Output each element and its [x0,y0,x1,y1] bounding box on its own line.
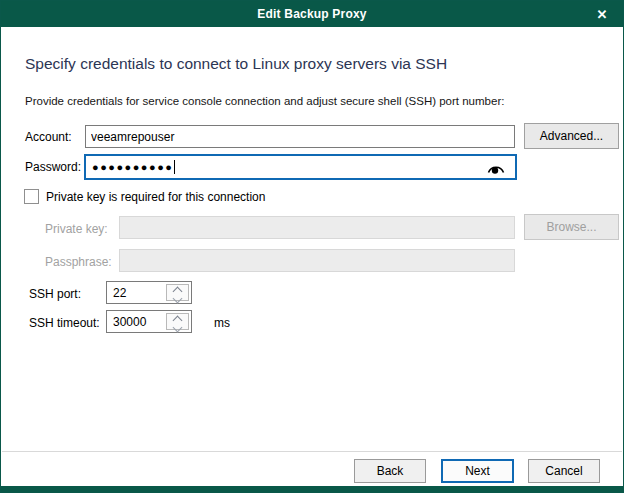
password-label: Password: [25,160,81,174]
cancel-button[interactable]: Cancel [528,459,600,483]
private-key-input [119,216,515,239]
instruction-text: Provide credentials for service console … [25,95,504,107]
footer-divider [2,451,622,452]
private-key-checkbox-label: Private key is required for this connect… [46,190,265,204]
passphrase-input [119,249,515,272]
ssh-timeout-label: SSH timeout: [29,316,100,330]
chevron-down-icon [173,323,183,333]
close-button[interactable]: ✕ [581,1,623,27]
text-caret [174,160,175,174]
edit-backup-proxy-dialog: Edit Backup Proxy ✕ Specify credentials … [0,0,624,493]
ssh-port-label: SSH port: [29,287,81,301]
reveal-password-icon[interactable] [486,161,506,179]
browse-button: Browse... [524,214,619,240]
ssh-timeout-value: 30000 [113,315,146,329]
private-key-label: Private key: [45,222,108,236]
ssh-port-spin-down-button[interactable] [167,295,188,305]
ssh-timeout-spin-down-button[interactable] [167,324,188,334]
footer-accent-strip [1,486,623,492]
private-key-checkbox[interactable] [24,189,39,204]
passphrase-label: Passphrase: [45,255,112,269]
chevron-down-icon [173,294,183,304]
close-icon: ✕ [597,7,608,22]
account-label: Account: [25,130,72,144]
ssh-timeout-spinner [166,313,189,330]
ms-unit-label: ms [214,316,230,330]
ssh-port-input[interactable]: 22 [106,281,192,304]
ssh-port-value: 22 [113,286,126,300]
password-input[interactable]: ●●●●●●●●●● [84,154,517,180]
page-title: Specify credentials to connect to Linux … [25,55,447,73]
password-masked-value: ●●●●●●●●●● [92,162,173,173]
account-input[interactable] [85,125,515,148]
ssh-timeout-input[interactable]: 30000 [106,310,192,333]
ssh-port-spinner [166,284,189,301]
back-button[interactable]: Back [354,459,426,483]
advanced-button[interactable]: Advanced... [524,123,619,149]
next-button[interactable]: Next [441,459,514,483]
titlebar: Edit Backup Proxy ✕ [1,1,623,27]
window-title: Edit Backup Proxy [257,7,366,21]
